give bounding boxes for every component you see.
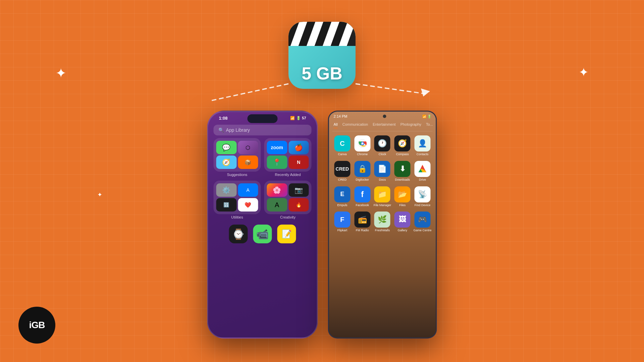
sparkle-icon-1: [55, 65, 67, 81]
android-apps-row1: C Canva C: [332, 134, 433, 158]
fm-radio-label: FM Radio: [356, 229, 369, 232]
flipkart-label: Flipkart: [337, 229, 347, 232]
utilities-section: ⚙️ A 🔢 ❤️ Utilities: [214, 181, 261, 222]
netflix-app-icon[interactable]: N: [288, 156, 309, 169]
canva-app[interactable]: C Canva: [333, 135, 352, 156]
svg-line-0: [211, 84, 288, 101]
empuls-app[interactable]: E Empuls: [333, 186, 352, 207]
appstore2-app-icon[interactable]: A: [238, 183, 258, 197]
digilocker-label: Digilocker: [356, 178, 369, 182]
health-app-icon[interactable]: ❤️: [238, 198, 258, 212]
svg-line-1: [356, 84, 426, 94]
docs-app[interactable]: 📄 Docs: [373, 161, 392, 182]
action-app-icon[interactable]: A: [267, 198, 287, 212]
iphone-status-icons: 📶🔋 57: [290, 116, 306, 120]
safari-app-icon[interactable]: 🧭: [216, 156, 237, 169]
utilities-folder: ⚙️ A 🔢 ❤️: [214, 181, 261, 214]
iphone-search-bar[interactable]: 🔍 App Library: [214, 125, 312, 135]
messages-app-icon[interactable]: 💬: [216, 141, 237, 154]
tab-communication[interactable]: Communication: [342, 122, 368, 128]
downloads-label: Downloads: [395, 178, 410, 182]
clock-app[interactable]: 🕐 Clock: [373, 135, 392, 156]
files-label: Files: [399, 203, 406, 207]
canva-label: Canva: [338, 153, 346, 156]
fm-radio-app[interactable]: 📻 FM Radio: [353, 212, 372, 232]
cred-app[interactable]: CRED CRED: [333, 161, 352, 182]
contacts-app[interactable]: 👤 Contacts: [413, 135, 432, 156]
svg-marker-11: [421, 165, 425, 169]
watch-app[interactable]: ⌚: [229, 225, 248, 243]
iphone-notch: [248, 114, 278, 123]
files-app[interactable]: 📂 Files: [393, 186, 412, 207]
maps-app-icon[interactable]: 📍: [267, 156, 287, 169]
cred-label: CRED: [338, 178, 347, 182]
iphone-bottom-sections: ⚙️ A 🔢 ❤️ Utilities 🌸 📷 A 🔥 Creativity: [214, 181, 312, 222]
android-time: 2:14 PM: [334, 114, 347, 118]
tab-entertainment[interactable]: Entertainment: [373, 122, 395, 128]
tab-photography[interactable]: Photography: [400, 122, 421, 128]
recently-added-label: Recently Added: [264, 173, 312, 177]
calculator-app-icon[interactable]: 🔢: [216, 198, 237, 212]
gallery-app[interactable]: 🖼 Gallery: [393, 212, 412, 232]
find-device-label: Find Device: [415, 203, 431, 207]
igb-logo: iGB: [18, 307, 55, 344]
settings-app-icon[interactable]: ⚙️: [216, 183, 237, 197]
android-apps-row4: F Flipkart 📻 FM Radio 🌿 FreshWalls 🖼 Gal…: [332, 210, 433, 234]
app-drawer: All Communication Entertainment Photogra…: [329, 121, 436, 234]
facebook-app[interactable]: f Facebook: [353, 186, 372, 207]
android-apps-row3: E Empuls f Facebook 📁 File Manager 📂 Fil…: [332, 185, 433, 208]
utilities-label: Utilities: [214, 215, 261, 219]
downloads-app[interactable]: ⬇ Downloads: [393, 161, 412, 182]
facebook-label: Facebook: [356, 203, 369, 207]
compass-app[interactable]: 🧭 Compass: [393, 135, 412, 156]
recently-added-folder: zoom 🍎 📍 N: [264, 138, 312, 172]
find-device-app[interactable]: 📡 Find Device: [413, 186, 432, 207]
flipkart-app[interactable]: F Flipkart: [333, 212, 352, 232]
notes-app[interactable]: 📝: [277, 225, 296, 243]
shortcut2-app-icon[interactable]: 🔥: [288, 198, 309, 212]
freshwalls-app[interactable]: 🌿 FreshWalls: [373, 212, 392, 232]
tab-more[interactable]: To...: [426, 122, 433, 128]
camera-app-icon[interactable]: 📷: [288, 183, 309, 197]
digilocker-app[interactable]: 🔒 Digilocker: [353, 161, 372, 182]
android-status-bar: 2:14 PM 📶🔋: [329, 112, 436, 121]
drive-app[interactable]: Drive: [413, 161, 432, 182]
appstore-app-icon[interactable]: 🍎: [288, 141, 309, 154]
chrome-label: Chrome: [357, 153, 368, 156]
iphone-time: 1:08: [219, 116, 228, 121]
photos-app-icon[interactable]: 🌸: [267, 183, 287, 197]
drive-label: Drive: [419, 178, 426, 182]
game-centre-app[interactable]: 🎮 Game Centre: [413, 212, 432, 232]
game-centre-label: Game Centre: [414, 229, 432, 232]
clock-label: Clock: [379, 153, 386, 156]
creativity-folder: 🌸 📷 A 🔥: [264, 181, 312, 214]
compass-label: Compass: [396, 153, 409, 156]
sparkle-icon-2: [579, 65, 589, 79]
shortcuts-app-icon[interactable]: ⬡: [238, 141, 258, 154]
iphone-top-sections: 💬 ⬡ 🧭 📦 Suggestions zoom 🍎 📍 N Recently …: [214, 138, 312, 179]
suggestions-folder: 💬 ⬡ 🧭 📦: [214, 138, 261, 172]
docs-label: Docs: [379, 178, 386, 182]
freshwalls-label: FreshWalls: [375, 229, 390, 232]
sparkle-icon-3: [97, 191, 102, 198]
recently-added-section: zoom 🍎 📍 N Recently Added: [264, 138, 312, 179]
suggestions-label: Suggestions: [214, 173, 261, 177]
file-manager-label: File Manager: [374, 203, 391, 207]
android-apps-row2: CRED CRED 🔒 Digilocker 📄 Docs ⬇ Download…: [332, 160, 433, 183]
facetime-app[interactable]: 📹: [253, 225, 272, 243]
tab-all[interactable]: All: [334, 122, 338, 128]
iphone-bottom-row: ⌚ 📹 📝: [214, 225, 312, 243]
search-icon: 🔍: [218, 127, 224, 133]
creativity-label: Creativity: [264, 215, 312, 219]
empuls-label: Empuls: [337, 203, 347, 207]
creativity-section: 🌸 📷 A 🔥 Creativity: [264, 181, 312, 222]
file-manager-app[interactable]: 📁 File Manager: [373, 186, 392, 207]
android-status-icons: 📶🔋: [422, 115, 431, 118]
amazon-app-icon[interactable]: 📦: [238, 156, 258, 169]
chrome-app[interactable]: Chrome: [353, 135, 372, 156]
contacts-label: Contacts: [417, 153, 429, 156]
zoom-app-icon[interactable]: zoom: [267, 141, 287, 154]
suggestions-section: 💬 ⬡ 🧭 📦 Suggestions: [214, 138, 261, 179]
android-camera-dot: [383, 115, 386, 118]
svg-point-6: [361, 142, 363, 144]
